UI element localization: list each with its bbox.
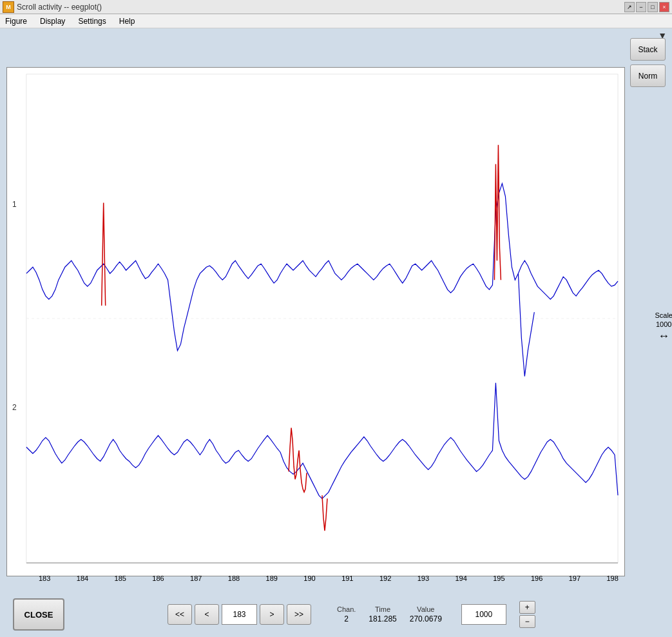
channel-2-label: 2	[12, 403, 17, 412]
matlab-icon: M	[3, 1, 14, 13]
chan-value: 2	[344, 614, 349, 623]
x-label-192: 192	[379, 574, 391, 582]
close-button[interactable]: CLOSE	[13, 598, 64, 631]
value-col: Value 270.0679	[410, 605, 442, 623]
scale-indicator: Scale 1000 ↔	[655, 311, 672, 343]
x-label-197: 197	[569, 574, 581, 582]
restore-button[interactable]: ↗	[624, 2, 635, 12]
chan-col: Chan. 2	[337, 605, 356, 623]
x-label-187: 187	[190, 574, 202, 582]
forward-button[interactable]: >	[260, 604, 284, 625]
window-controls: ↗ − □ ×	[624, 2, 669, 12]
x-label-189: 189	[266, 574, 278, 582]
plus-minus-group: + −	[519, 601, 535, 628]
navigation-group: << < > >>	[168, 604, 311, 625]
x-label-188: 188	[228, 574, 240, 582]
x-label-186: 186	[152, 574, 164, 582]
time-value: 181.285	[369, 614, 396, 623]
main-content: Stack Norm 1 2	[0, 28, 672, 637]
menu-settings[interactable]: Settings	[75, 16, 108, 26]
x-label-194: 194	[455, 574, 466, 582]
plot-inner: 1 2	[7, 68, 624, 576]
menu-help[interactable]: Help	[117, 16, 138, 26]
x-label-198: 198	[606, 574, 618, 582]
value-header: Value	[417, 605, 434, 613]
x-label-183: 183	[39, 574, 50, 582]
menu-figure[interactable]: Figure	[3, 16, 30, 26]
rewind-button[interactable]: <<	[168, 604, 192, 625]
x-label-195: 195	[493, 574, 504, 582]
maximize-button[interactable]: □	[648, 2, 658, 12]
position-input[interactable]	[222, 604, 257, 625]
x-label-196: 196	[531, 574, 542, 582]
window-title: Scroll activity -- eegplot()	[17, 3, 102, 12]
scale-arrow-icon: ↔	[658, 329, 669, 343]
norm-button[interactable]: Norm	[630, 64, 666, 87]
fast-forward-button[interactable]: >>	[287, 604, 311, 625]
plus-button[interactable]: +	[519, 601, 535, 614]
stack-button[interactable]: Stack	[630, 38, 666, 61]
x-label-184: 184	[77, 574, 88, 582]
title-bar: M Scroll activity -- eegplot() ↗ − □ ×	[0, 0, 672, 14]
x-label-185: 185	[115, 574, 126, 582]
right-buttons: Stack Norm	[630, 38, 666, 87]
chan-header: Chan.	[337, 605, 356, 613]
close-button[interactable]: ×	[659, 2, 669, 12]
scale-input[interactable]	[461, 604, 506, 625]
menu-display[interactable]: Display	[37, 16, 68, 26]
x-label-190: 190	[303, 574, 315, 582]
plot-container: 1 2	[6, 67, 625, 576]
time-col: Time 181.285	[369, 605, 396, 623]
minimize-button[interactable]: −	[636, 2, 646, 12]
time-header: Time	[375, 605, 390, 613]
bottom-controls: CLOSE << < > >> Chan. 2 Time 181.285 Val…	[0, 598, 672, 631]
scale-text-value: 1000	[656, 320, 671, 328]
value-display: 270.0679	[410, 614, 442, 623]
minus-button[interactable]: −	[519, 615, 535, 628]
eeg-svg	[7, 68, 624, 576]
back-button[interactable]: <	[195, 604, 219, 625]
channel-1-label: 1	[12, 200, 17, 209]
x-label-193: 193	[418, 574, 429, 582]
info-group: Chan. 2 Time 181.285 Value 270.0679 + −	[337, 601, 535, 628]
menu-bar: Figure Display Settings Help	[0, 14, 672, 28]
x-axis-labels: 183 184 185 186 187 188 189 190 191 192 …	[19, 574, 638, 582]
scale-text-label: Scale	[655, 311, 672, 319]
x-label-191: 191	[341, 574, 353, 582]
